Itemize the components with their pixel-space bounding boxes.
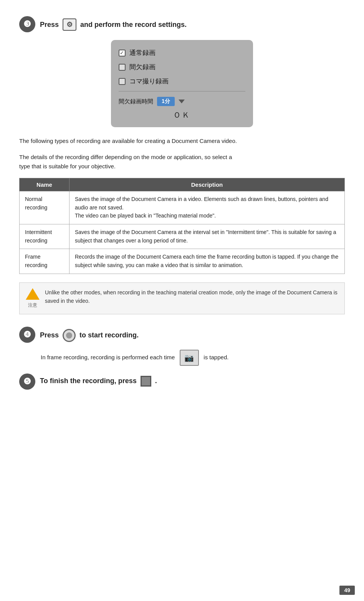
table-row: Intermittentrecording Saves the image of… xyxy=(20,224,345,249)
dialog-time-row: 間欠録画時間 1分 xyxy=(119,97,245,106)
table-header-row: Name Description xyxy=(20,178,345,191)
step5-circle: ❺ xyxy=(19,374,35,390)
step3-text: Press and perform the record settings. xyxy=(40,15,187,31)
frame-note-after: is tapped. xyxy=(204,354,228,360)
description-line1: The following types of recording are ava… xyxy=(19,136,345,146)
warning-icon-group: 注意 xyxy=(26,288,40,309)
step4-text: Press to start recording. xyxy=(40,326,139,342)
warning-triangle-icon xyxy=(26,288,40,300)
table-row: Normalrecording Saves the image of the D… xyxy=(20,191,345,224)
warning-kanji-label: 注意 xyxy=(28,302,37,309)
dialog-box: 通常録画 間欠録画 コマ撮り録画 間欠録画時間 1分 ＯＫ xyxy=(111,40,253,127)
table-cell-name-intermittent: Intermittentrecording xyxy=(20,224,69,249)
step3-circle: ❸ xyxy=(19,16,35,32)
frame-note-before: In frame recording, recording is perform… xyxy=(41,354,175,360)
record-icon-inner xyxy=(66,332,72,339)
table-cell-name-frame: Framerecording xyxy=(20,249,69,274)
radio-normal[interactable] xyxy=(119,50,126,56)
step4-after-label: to start recording. xyxy=(79,331,139,339)
stop-icon[interactable] xyxy=(141,376,151,387)
dialog-option-frame[interactable]: コマ撮り録画 xyxy=(119,77,245,86)
table-cell-name-normal: Normalrecording xyxy=(20,191,69,224)
dialog-option-intermittent[interactable]: 間欠録画 xyxy=(119,63,245,71)
record-icon[interactable] xyxy=(63,329,76,342)
table-header-description: Description xyxy=(69,178,345,191)
dialog-option-normal-label: 通常録画 xyxy=(129,48,156,57)
step5-row: ❺ To finish the recording, press . xyxy=(19,373,345,390)
settings-icon[interactable] xyxy=(63,18,76,31)
frame-recording-note: In frame recording, recording is perform… xyxy=(41,350,345,366)
step3-row: ❸ Press and perform the record settings. xyxy=(19,15,345,32)
description-line2: The details of the recording differ depe… xyxy=(19,153,345,171)
step4-circle: ❹ xyxy=(19,327,35,343)
table-cell-desc-intermittent: Saves the image of the Document Camera a… xyxy=(69,224,345,249)
chevron-down-icon[interactable] xyxy=(179,100,185,103)
step5-before-label: To finish the recording, press xyxy=(40,377,137,385)
dialog-container: 通常録画 間欠録画 コマ撮り録画 間欠録画時間 1分 ＯＫ xyxy=(19,40,345,127)
step3-after-label: and perform the record settings. xyxy=(80,21,187,29)
dialog-option-frame-label: コマ撮り録画 xyxy=(129,77,169,86)
radio-frame[interactable] xyxy=(119,78,126,85)
page-number: 49 xyxy=(339,586,355,595)
table-cell-desc-normal: Saves the image of the Document Camera i… xyxy=(69,191,345,224)
step5-after-label: . xyxy=(155,377,157,385)
warning-box: 注意 Unlike the other modes, when recordin… xyxy=(19,282,345,314)
dialog-option-normal[interactable]: 通常録画 xyxy=(119,48,245,57)
step4-row: ❹ Press to start recording. xyxy=(19,326,345,343)
dialog-divider xyxy=(119,91,245,91)
step3-press-label: Press xyxy=(40,21,59,29)
step4-press-label: Press xyxy=(40,331,59,339)
dialog-ok-row: ＯＫ xyxy=(119,110,245,120)
table-header-name: Name xyxy=(20,178,69,191)
dialog-ok-button[interactable]: ＯＫ xyxy=(173,110,191,120)
recording-types-table: Name Description Normalrecording Saves t… xyxy=(19,178,345,274)
frame-record-icon[interactable] xyxy=(180,350,199,366)
table-row: Framerecording Records the image of the … xyxy=(20,249,345,274)
dialog-option-intermittent-label: 間欠録画 xyxy=(129,63,156,71)
dialog-time-value[interactable]: 1分 xyxy=(157,97,175,106)
dialog-time-label: 間欠録画時間 xyxy=(119,98,153,105)
radio-intermittent[interactable] xyxy=(119,64,126,71)
warning-text: Unlike the other modes, when recording i… xyxy=(45,288,338,305)
table-cell-desc-frame: Records the image of the Document Camera… xyxy=(69,249,345,274)
step5-text: To finish the recording, press . xyxy=(40,373,157,387)
